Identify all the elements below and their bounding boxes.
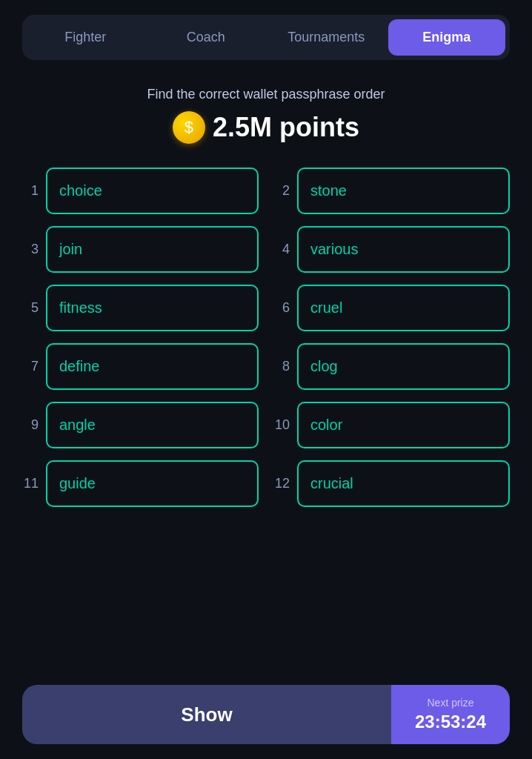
word-number-6: 6 <box>273 300 290 316</box>
points-row: $ 2.5M points <box>147 111 385 144</box>
word-box-12[interactable]: crucial <box>297 460 510 507</box>
show-button[interactable]: Show <box>22 685 391 744</box>
word-number-12: 12 <box>273 476 290 491</box>
bottom-bar: Show Next prize 23:53:24 <box>22 685 510 744</box>
tab-bar: Fighter Coach Tournaments Enigma <box>22 15 510 60</box>
word-row: 9 angle <box>22 402 259 448</box>
word-box-6[interactable]: cruel <box>297 285 510 331</box>
word-box-4[interactable]: various <box>297 226 510 273</box>
word-number-10: 10 <box>273 417 290 433</box>
coin-symbol: $ <box>184 118 193 137</box>
word-grid: 1 choice 2 stone 3 join 4 various 5 fitn… <box>22 168 510 507</box>
word-box-11[interactable]: guide <box>46 460 259 507</box>
tab-coach[interactable]: Coach <box>147 19 265 56</box>
word-number-7: 7 <box>22 359 39 374</box>
word-row: 10 color <box>273 402 510 448</box>
word-row: 7 define <box>22 343 259 390</box>
word-box-9[interactable]: angle <box>46 402 259 448</box>
points-value: 2.5M points <box>213 112 359 143</box>
word-row: 11 guide <box>22 460 259 507</box>
word-box-3[interactable]: join <box>46 226 259 273</box>
word-row: 8 clog <box>273 343 510 390</box>
word-row: 3 join <box>22 226 259 273</box>
word-number-9: 9 <box>22 417 39 433</box>
word-row: 6 cruel <box>273 285 510 331</box>
word-number-1: 1 <box>22 183 39 199</box>
word-number-8: 8 <box>273 359 290 374</box>
next-prize-timer: 23:53:24 <box>415 712 486 732</box>
next-prize-section: Next prize 23:53:24 <box>391 685 510 744</box>
word-box-10[interactable]: color <box>297 402 510 448</box>
tab-fighter[interactable]: Fighter <box>27 19 144 56</box>
word-box-5[interactable]: fitness <box>46 285 259 331</box>
app-container: Fighter Coach Tournaments Enigma Find th… <box>0 0 532 759</box>
word-box-1[interactable]: choice <box>46 168 259 214</box>
word-row: 5 fitness <box>22 285 259 331</box>
next-prize-label: Next prize <box>427 697 473 709</box>
word-box-8[interactable]: clog <box>297 343 510 390</box>
word-row: 1 choice <box>22 168 259 214</box>
word-number-4: 4 <box>273 242 290 257</box>
word-number-11: 11 <box>22 476 39 491</box>
word-number-5: 5 <box>22 300 39 316</box>
word-row: 2 stone <box>273 168 510 214</box>
tab-tournaments[interactable]: Tournaments <box>267 19 385 56</box>
header-subtitle: Find the correct wallet passphrase order <box>147 87 385 102</box>
word-row: 4 various <box>273 226 510 273</box>
word-box-7[interactable]: define <box>46 343 259 390</box>
word-number-3: 3 <box>22 242 39 257</box>
coin-icon: $ <box>173 111 205 144</box>
tab-enigma[interactable]: Enigma <box>388 19 506 56</box>
word-row: 12 crucial <box>273 460 510 507</box>
word-box-2[interactable]: stone <box>297 168 510 214</box>
header-section: Find the correct wallet passphrase order… <box>147 87 385 144</box>
word-number-2: 2 <box>273 183 290 199</box>
